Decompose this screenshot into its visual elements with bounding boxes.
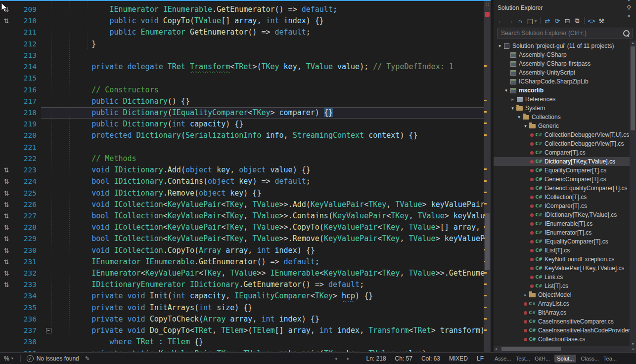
code-line[interactable]: 216 // Constructors (0, 84, 484, 96)
line-number[interactable]: 236 (13, 314, 41, 325)
tree-item[interactable]: C#CaseInsensitiveComparer.cs (494, 317, 630, 326)
line-number[interactable]: 232 (13, 268, 41, 279)
scroll-down-icon[interactable]: ▾ (630, 342, 636, 346)
implements-glyph-icon[interactable]: ⇅ (0, 4, 13, 15)
implements-glyph-icon[interactable]: ⇅ (0, 188, 13, 199)
chevron-expanded-icon[interactable]: ▾ (524, 123, 527, 128)
code-line[interactable]: 220 protected Dictionary(SerializationIn… (0, 130, 484, 141)
zoom-control[interactable]: % ▾ (0, 355, 17, 362)
hscroll-right-icon[interactable]: ▸ (342, 356, 355, 361)
line-number[interactable]: 214 (13, 61, 41, 73)
code-line[interactable]: 218 public Dictionary(IEqualityComparer<… (0, 107, 484, 119)
code-line[interactable]: ⇅228 void ICollection<KeyValuePair<TKey,… (0, 222, 484, 233)
tree-item[interactable]: C#IComparer[T].cs (494, 202, 630, 210)
line-number[interactable]: 230 (13, 245, 41, 256)
code-line[interactable]: ⇅226 void ICollection<KeyValuePair<TKey,… (0, 199, 484, 210)
tree-item[interactable]: C#List[T].cs (494, 282, 630, 290)
code-line[interactable]: ⇅210 public void CopyTo(TValue[] array, … (0, 15, 484, 27)
view-code-icon[interactable]: <> (587, 16, 596, 26)
line-number[interactable]: 224 (13, 176, 41, 187)
code-line[interactable]: ⇅209 IEnumerator IEnumerable.GetEnumerat… (0, 4, 484, 15)
tree-horizontal-scrollbar[interactable]: ◂ ▸ (494, 346, 636, 352)
tool-window-tab-gith[interactable]: GitH... (535, 356, 550, 362)
panel-titlebar[interactable]: Solution Explorer ▾⚲× (494, 0, 636, 14)
line-number[interactable]: 237 (13, 325, 41, 336)
implements-glyph-icon[interactable]: ⇅ (0, 268, 13, 279)
code-line[interactable]: 211 public Enumerator GetEnumerator() =>… (0, 27, 484, 38)
line-number[interactable]: 238 (13, 336, 41, 348)
code-line[interactable]: ⇅225 void IDictionary.Remove(object key)… (0, 188, 484, 199)
tree-item[interactable]: ▸ObjectModel (494, 290, 630, 299)
line-number[interactable]: 222 (13, 153, 41, 164)
nav-backward-icon[interactable]: ← (496, 16, 505, 26)
tree-item[interactable]: Assembly-CSharp (494, 50, 630, 59)
tree-vertical-scrollbar[interactable]: ▴ ▾ (630, 40, 636, 346)
tree-item[interactable]: ▾Collections (494, 113, 630, 121)
expander[interactable]: ▾ (522, 123, 529, 128)
expander[interactable]: ▸ (522, 292, 529, 297)
line-number[interactable]: 217 (13, 96, 41, 107)
chevron-expanded-icon[interactable]: ▾ (518, 115, 520, 120)
implements-glyph-icon[interactable]: ⇅ (0, 279, 13, 290)
code-line[interactable]: 213 (0, 50, 484, 61)
chevron-expanded-icon[interactable]: ▾ (511, 106, 514, 111)
tree-item[interactable]: Assembly-CSharp-firstpass (494, 59, 630, 68)
code-line[interactable]: 222 // Methods (0, 153, 484, 164)
code-cleanup-icon[interactable]: ✎ (82, 355, 93, 362)
tool-window-tab-asse[interactable]: Asse... (495, 356, 511, 362)
line-number[interactable]: 218 (13, 107, 41, 119)
expander[interactable]: ▾ (516, 115, 522, 120)
expander[interactable]: ▸ (509, 97, 516, 102)
tree-item[interactable]: C#KeyNotFoundException.cs (494, 255, 630, 264)
code-area[interactable]: ⇅209 IEnumerator IEnumerable.GetEnumerat… (0, 1, 484, 352)
code-line[interactable]: 219 public Dictionary(int capacity) {} (0, 119, 484, 130)
code-line[interactable]: ⇅231 IEnumerator IEnumerable.GetEnumerat… (0, 256, 484, 268)
line-number[interactable]: 225 (13, 188, 41, 199)
tree-item[interactable]: C#ArrayList.cs (494, 299, 630, 308)
error-indicator-icon[interactable] (485, 12, 490, 17)
code-line[interactable]: ⇅229 bool ICollection<KeyValuePair<TKey,… (0, 233, 484, 244)
tree-item[interactable]: ▾mscorlib (494, 86, 630, 95)
line-number[interactable]: 213 (13, 50, 41, 61)
tool-window-tab-tea[interactable]: Tea... (603, 356, 617, 362)
code-line[interactable]: ⇅224 bool IDictionary.Contains(object ke… (0, 176, 484, 187)
tree-item[interactable]: Assembly-UnityScript (494, 68, 630, 77)
fold-collapse-icon[interactable]: − (46, 328, 51, 333)
line-number[interactable]: 231 (13, 256, 41, 268)
code-line[interactable]: ⇅227 bool ICollection<KeyValuePair<TKey,… (0, 210, 484, 222)
code-line[interactable]: ⇅223 void IDictionary.Add(object key, ob… (0, 164, 484, 176)
tree-item[interactable]: C#EqualityComparer[T].cs (494, 166, 630, 175)
search-input[interactable] (500, 29, 621, 37)
line-number[interactable]: 210 (13, 15, 41, 27)
show-all-files-icon[interactable]: ⧉ (572, 16, 582, 26)
tree-item[interactable]: C#Link.cs (494, 273, 630, 282)
tree-item[interactable]: C#GenericComparer[T].cs (494, 175, 630, 184)
chevron-expanded-icon[interactable]: ▾ (499, 43, 501, 48)
code-line[interactable]: ⇅232 IEnumerator<KeyValuePair<TKey, TVal… (0, 268, 484, 279)
search-box[interactable] (497, 28, 633, 39)
tool-window-tab-test[interactable]: Test... (516, 356, 530, 362)
line-number[interactable]: 229 (13, 233, 41, 244)
tree-item[interactable]: C#KeyValuePair[TKey,TValue].cs (494, 264, 630, 273)
chevron-collapsed-icon[interactable]: ▸ (524, 292, 527, 297)
line-number[interactable]: 221 (13, 142, 41, 153)
implements-glyph-icon[interactable]: ⇅ (0, 164, 13, 176)
sync-with-active-document-icon[interactable]: ⇄ (543, 16, 552, 26)
splitter-gripper-icon[interactable]: ∷ (484, 1, 491, 10)
tool-window-tab-class[interactable]: Class... (581, 356, 599, 362)
line-number[interactable]: 226 (13, 199, 41, 210)
implements-glyph-icon[interactable]: ⇅ (0, 199, 13, 210)
code-line[interactable]: 235 private void InitArrays(int size) {} (0, 302, 484, 314)
tree-item[interactable]: ▾Solution 'project-gui' (11 of 11 projec… (494, 41, 630, 50)
line-number[interactable]: 227 (13, 210, 41, 222)
code-line[interactable]: 215 (0, 73, 484, 84)
chevron-expanded-icon[interactable]: ▾ (505, 88, 507, 93)
chevron-down-icon[interactable]: ▾ (533, 16, 538, 26)
code-line[interactable]: 221 (0, 142, 484, 153)
line-number[interactable]: 219 (13, 119, 41, 130)
line-number[interactable]: 235 (13, 302, 41, 314)
tree-scrollbar-thumb[interactable] (631, 46, 635, 130)
tree-item[interactable]: ICSharpCode.SharpZipLib (494, 77, 630, 86)
tree-item[interactable]: C#IList[T].cs (494, 246, 630, 255)
toolbar-options-icon[interactable]: ▾ (625, 0, 633, 4)
